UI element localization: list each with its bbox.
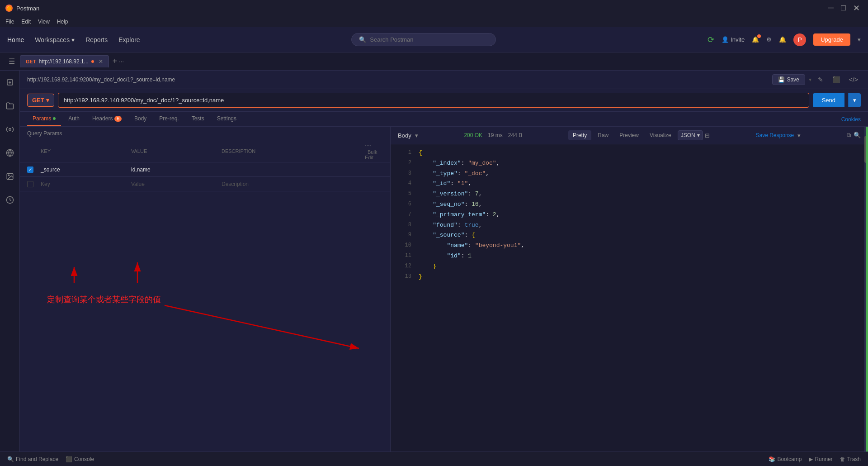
upgrade-button[interactable]: Upgrade bbox=[813, 33, 850, 46]
tab-tests[interactable]: Tests bbox=[186, 112, 210, 126]
code-line-2: 2 "_index": "my_doc", bbox=[391, 158, 868, 169]
upgrade-chevron-icon[interactable]: ▾ bbox=[858, 36, 861, 43]
notifications-icon[interactable]: 🔔 bbox=[752, 36, 759, 43]
sidebar-icon-environments[interactable] bbox=[2, 121, 18, 138]
code-view: 1 { 2 "_index": "my_doc", 3 "_type": "_d… bbox=[391, 144, 868, 452]
find-replace-icon: 🔍 bbox=[7, 456, 14, 462]
bulk-edit-btn[interactable]: ⋯ Bulk Edit bbox=[365, 142, 383, 160]
sidebar-icon-new[interactable] bbox=[2, 74, 18, 90]
tab-params[interactable]: Params bbox=[27, 112, 61, 126]
more-tabs-button[interactable]: ··· bbox=[119, 58, 124, 65]
code-line-7: 7 "_primary_term": 2, bbox=[391, 210, 868, 220]
minimize-btn[interactable]: ─ bbox=[825, 3, 836, 13]
tab-headers[interactable]: Headers 6 bbox=[87, 112, 127, 126]
sidebar-toggle[interactable]: ☰ bbox=[4, 53, 20, 70]
response-action-icons: ⧉ 🔍 bbox=[847, 132, 861, 139]
format-tab-pretty[interactable]: Pretty bbox=[568, 130, 591, 140]
row-checkbox[interactable] bbox=[27, 166, 33, 173]
response-size: 244 B bbox=[508, 132, 522, 138]
console-button[interactable]: ⬛ Console bbox=[66, 456, 94, 462]
bootcamp-button[interactable]: 📚 Bootcamp bbox=[769, 456, 802, 462]
params-tabs: Params Auth Headers 6 Body Pre-req. Test… bbox=[20, 112, 868, 127]
menu-file[interactable]: File bbox=[5, 19, 14, 25]
console-icon: ⬛ bbox=[66, 456, 72, 462]
format-chevron-icon: ▾ bbox=[697, 132, 700, 138]
format-options-icon[interactable]: ⊟ bbox=[705, 132, 710, 139]
send-button[interactable]: Send bbox=[813, 93, 844, 107]
value-placeholder[interactable]: Value bbox=[131, 181, 222, 187]
tab-close-icon[interactable]: ✕ bbox=[99, 58, 103, 65]
key-placeholder[interactable]: Key bbox=[41, 181, 131, 187]
nav-home[interactable]: Home bbox=[7, 36, 24, 43]
runner-button[interactable]: ▶ Runner bbox=[809, 456, 832, 462]
save-response-chevron[interactable]: ▾ bbox=[797, 132, 801, 139]
invite-button[interactable]: 👤 Invite bbox=[722, 36, 745, 43]
search-bar[interactable]: 🔍 bbox=[351, 33, 496, 46]
active-tab[interactable]: GET http://192.168.92.1... ✕ bbox=[20, 55, 109, 67]
nav-explore[interactable]: Explore bbox=[118, 36, 140, 43]
save-response-btn[interactable]: Save Response bbox=[756, 132, 794, 138]
code-icon-btn[interactable]: </> bbox=[846, 74, 861, 85]
code-line-1: 1 { bbox=[391, 148, 868, 158]
tabs-bar: ☰ GET http://192.168.92.1... ✕ + ··· bbox=[0, 52, 868, 71]
method-selector[interactable]: GET ▾ bbox=[27, 94, 54, 107]
send-dropdown-button[interactable]: ▾ bbox=[848, 93, 861, 107]
breadcrumb-url: http://192.168.92.140:9200/my_doc/_doc/1… bbox=[27, 76, 175, 83]
tab-auth[interactable]: Auth bbox=[63, 112, 85, 126]
search-input[interactable] bbox=[370, 36, 488, 43]
query-params-header: Query Params bbox=[20, 127, 390, 140]
desc-placeholder[interactable]: Description bbox=[222, 181, 365, 187]
menu-bar: File Edit View Help bbox=[0, 16, 868, 27]
trash-button[interactable]: 🗑 Trash bbox=[840, 456, 861, 462]
trash-icon: 🗑 bbox=[840, 456, 845, 462]
save-button[interactable]: 💾 Save bbox=[772, 74, 805, 85]
maximize-btn[interactable]: □ bbox=[838, 3, 849, 13]
format-tabs: Pretty Raw Preview Visualize JSON ▾ ⊟ bbox=[568, 130, 710, 140]
find-replace-button[interactable]: 🔍 Find and Replace bbox=[7, 456, 58, 462]
sidebar-icon-history[interactable] bbox=[2, 192, 18, 208]
tab-body[interactable]: Body bbox=[129, 112, 152, 126]
search-icon[interactable]: 🔍 bbox=[854, 132, 861, 139]
profile-avatar[interactable]: P bbox=[793, 33, 806, 46]
code-line-13: 13 } bbox=[391, 272, 868, 282]
copy-icon[interactable]: ⧉ bbox=[847, 132, 851, 139]
key-cell: _source bbox=[41, 166, 131, 173]
code-line-8: 8 "found": true, bbox=[391, 220, 868, 231]
annotation-text: 定制查询某个或者某些字段的值 bbox=[47, 294, 161, 305]
code-line-11: 11 "id": 1 bbox=[391, 251, 868, 262]
format-tab-preview[interactable]: Preview bbox=[615, 130, 643, 140]
method-label: GET bbox=[32, 97, 44, 104]
new-tab-button[interactable]: + bbox=[113, 57, 118, 66]
nav-reports[interactable]: Reports bbox=[85, 36, 108, 43]
bell-icon[interactable]: 🔔 bbox=[779, 36, 786, 43]
close-btn[interactable]: ✕ bbox=[850, 3, 863, 13]
sidebar-icon-collections[interactable] bbox=[2, 98, 18, 114]
format-tab-visualize[interactable]: Visualize bbox=[645, 130, 676, 140]
layout-icon-btn[interactable]: ⬛ bbox=[830, 74, 843, 85]
nav-workspaces[interactable]: Workspaces ▾ bbox=[35, 36, 75, 43]
title-bar: 🟠 Postman ─ □ ✕ bbox=[0, 0, 868, 16]
code-line-4: 4 "_id": "1", bbox=[391, 179, 868, 189]
sidebar-icon-mock[interactable] bbox=[2, 145, 18, 161]
sync-icon[interactable]: ⟳ bbox=[708, 35, 714, 45]
menu-view[interactable]: View bbox=[38, 19, 50, 25]
response-body-label: Body bbox=[398, 132, 411, 139]
json-format-selector[interactable]: JSON ▾ bbox=[678, 130, 703, 140]
code-line-9: 9 "_source": { ➤ bbox=[391, 230, 868, 241]
sidebar-icon-images[interactable] bbox=[2, 168, 18, 185]
menu-edit[interactable]: Edit bbox=[21, 19, 31, 25]
url-input[interactable] bbox=[58, 93, 809, 108]
cookies-button[interactable]: Cookies bbox=[841, 116, 861, 123]
settings-icon[interactable]: ⚙ bbox=[766, 36, 772, 43]
right-pane: Body ▾ 200 OK 19 ms 244 B Pretty Raw Pre… bbox=[391, 127, 868, 452]
unsaved-dot bbox=[91, 60, 94, 63]
tab-prereq[interactable]: Pre-req. bbox=[154, 112, 184, 126]
body-chevron-icon[interactable]: ▾ bbox=[415, 132, 418, 139]
window-controls[interactable]: ─ □ ✕ bbox=[825, 3, 863, 13]
menu-help[interactable]: Help bbox=[57, 19, 68, 25]
request-builder: GET ▾ Send ▾ bbox=[20, 89, 868, 112]
empty-checkbox[interactable] bbox=[27, 181, 33, 187]
edit-icon-btn[interactable]: ✎ bbox=[815, 74, 826, 85]
tab-settings[interactable]: Settings bbox=[212, 112, 242, 126]
format-tab-raw[interactable]: Raw bbox=[593, 130, 613, 140]
